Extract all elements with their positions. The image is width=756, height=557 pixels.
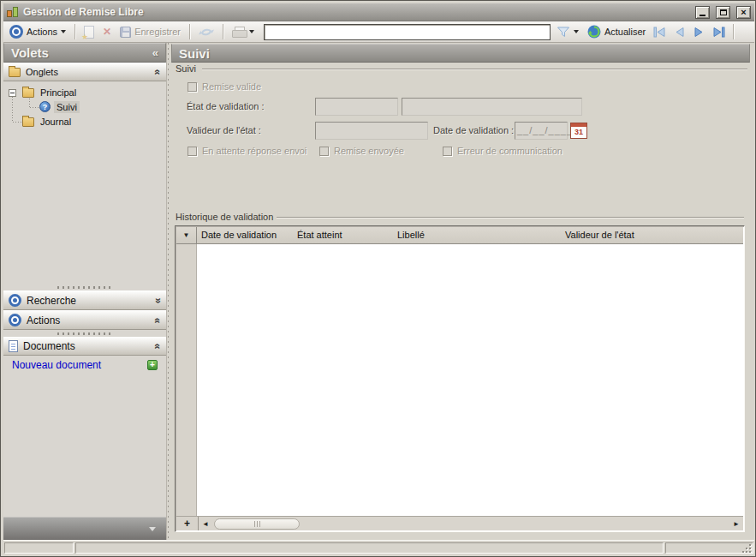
envoyee-checkbox[interactable] bbox=[319, 147, 329, 156]
resize-grip bbox=[746, 551, 747, 553]
panel-header-recherche[interactable]: Recherche « bbox=[3, 290, 166, 310]
grid-indicator-header[interactable]: ▼ bbox=[176, 227, 197, 243]
sync-icon bbox=[199, 26, 214, 39]
tree-connector bbox=[13, 122, 22, 123]
collapse-up-icon[interactable]: « bbox=[152, 317, 164, 323]
etat-libelle-field[interactable] bbox=[402, 98, 582, 116]
filter-dropdown-icon[interactable] bbox=[574, 30, 579, 33]
remise-valide-label: Remise valide bbox=[202, 81, 261, 92]
new-document-icon bbox=[84, 26, 94, 39]
nav-next-button[interactable] bbox=[691, 24, 707, 39]
hscroll-thumb[interactable] bbox=[214, 518, 300, 530]
scroll-right-button[interactable]: ► bbox=[729, 517, 743, 530]
panel-splitter[interactable] bbox=[3, 330, 166, 337]
maximize-icon bbox=[720, 9, 727, 15]
date-validation-field[interactable]: __/__/____ bbox=[515, 122, 568, 140]
actions-menu-button[interactable]: Actions bbox=[7, 24, 68, 39]
folder-icon bbox=[9, 68, 21, 77]
tree-item-suivi[interactable]: Suivi bbox=[54, 101, 80, 113]
grid-indicator-column bbox=[176, 244, 197, 516]
suivi-group-label: Suivi bbox=[176, 63, 196, 74]
column-header-libelle[interactable]: Libellé bbox=[397, 230, 425, 240]
valideur-etat-label: Valideur de l'état : bbox=[187, 125, 261, 135]
collapse-up-icon[interactable]: « bbox=[152, 344, 164, 350]
toolbar-separator bbox=[733, 24, 734, 39]
erreur-label: Erreur de communication bbox=[457, 146, 563, 156]
sync-button[interactable] bbox=[196, 25, 217, 39]
column-header-valideur[interactable]: Valideur de l'état bbox=[565, 230, 634, 240]
sidebar: Volets « Onglets « Principal ? Suivi Jou… bbox=[3, 43, 167, 540]
main-header: Suivi bbox=[171, 44, 750, 63]
nav-previous-button[interactable] bbox=[671, 24, 688, 39]
onglets-label: Onglets bbox=[26, 67, 150, 77]
refresh-label: Actualiser bbox=[604, 27, 646, 37]
new-document-button[interactable] bbox=[81, 25, 97, 39]
toolbar-separator bbox=[223, 24, 223, 39]
nav-first-button[interactable] bbox=[652, 24, 668, 39]
erreur-checkbox[interactable] bbox=[443, 147, 452, 156]
filter-button[interactable] bbox=[554, 26, 581, 39]
add-plus-icon[interactable]: + bbox=[147, 360, 158, 370]
sidebar-options-bar[interactable] bbox=[3, 517, 166, 540]
remise-valide-checkbox[interactable] bbox=[188, 82, 197, 92]
save-button[interactable]: Enregistrer bbox=[117, 26, 183, 39]
new-document-link[interactable]: Nouveau document bbox=[12, 359, 142, 371]
panel-header-documents[interactable]: Documents « bbox=[3, 337, 166, 356]
nav-last-button[interactable] bbox=[711, 24, 727, 39]
splitter-handle bbox=[57, 332, 112, 335]
chevron-down-icon bbox=[61, 30, 66, 33]
nav-next-icon bbox=[692, 27, 706, 38]
refresh-icon bbox=[587, 25, 601, 39]
refresh-button[interactable]: Actualiser bbox=[585, 24, 648, 39]
append-row-button[interactable]: + bbox=[176, 517, 199, 530]
tree-item-journal[interactable]: Journal bbox=[38, 116, 74, 128]
document-icon bbox=[9, 340, 18, 352]
sidebar-empty-area bbox=[3, 374, 166, 517]
close-button[interactable]: × bbox=[736, 6, 751, 19]
etat-validation-label: État de validation : bbox=[187, 101, 265, 111]
status-panel-3 bbox=[665, 542, 753, 554]
attente-label: En attente réponse envoi bbox=[202, 146, 307, 156]
app-icon bbox=[7, 6, 19, 18]
tree-connector bbox=[29, 99, 30, 107]
print-button[interactable] bbox=[229, 26, 257, 39]
historique-grid: ▼ Date de validation État atteint Libell… bbox=[175, 225, 745, 532]
title-bar[interactable]: Gestion de Remise Libre × bbox=[3, 3, 754, 21]
column-header-etat[interactable]: État atteint bbox=[297, 230, 342, 240]
grid-body-empty bbox=[198, 244, 743, 516]
panel-header-onglets[interactable]: Onglets « bbox=[3, 63, 166, 81]
search-input[interactable] bbox=[264, 24, 551, 40]
maximize-button[interactable] bbox=[716, 6, 730, 19]
expand-down-icon[interactable]: « bbox=[152, 297, 164, 303]
calendar-button[interactable]: 31 bbox=[570, 123, 587, 139]
panel-header-actions[interactable]: Actions « bbox=[3, 310, 166, 330]
resize-grip[interactable] bbox=[749, 551, 751, 553]
main-header-title: Suivi bbox=[179, 46, 742, 61]
panel-splitter[interactable] bbox=[3, 284, 166, 290]
nav-last-icon bbox=[711, 27, 726, 38]
column-header-date[interactable]: Date de validation bbox=[201, 230, 277, 240]
delete-button[interactable]: ✕ bbox=[100, 25, 114, 39]
valideur-field[interactable] bbox=[315, 122, 428, 140]
sidebar-title: Volets bbox=[11, 45, 152, 60]
etat-code-field[interactable] bbox=[315, 98, 398, 116]
suivi-group-line bbox=[202, 69, 747, 69]
collapse-sidebar-icon[interactable]: « bbox=[152, 46, 158, 59]
save-icon bbox=[120, 27, 131, 38]
attente-checkbox[interactable] bbox=[188, 147, 197, 156]
folder-icon bbox=[22, 117, 34, 127]
tree-connector bbox=[30, 107, 39, 108]
nav-previous-icon bbox=[672, 27, 687, 38]
tree-item-principal[interactable]: Principal bbox=[38, 87, 79, 99]
filter-arrow-icon: ▼ bbox=[183, 231, 190, 239]
scroll-left-button[interactable]: ◄ bbox=[199, 517, 212, 530]
grid-header-row: ▼ Date de validation État atteint Libell… bbox=[176, 227, 743, 244]
tree-collapse-toggle[interactable] bbox=[9, 89, 16, 97]
actions-target-icon bbox=[9, 314, 21, 326]
print-dropdown-icon[interactable] bbox=[249, 30, 254, 33]
minimize-button[interactable] bbox=[695, 6, 710, 19]
collapse-up-icon[interactable]: « bbox=[152, 69, 164, 75]
printer-icon bbox=[232, 27, 246, 38]
resize-grip bbox=[742, 551, 744, 553]
historique-group-label: Historique de validation bbox=[176, 212, 273, 222]
